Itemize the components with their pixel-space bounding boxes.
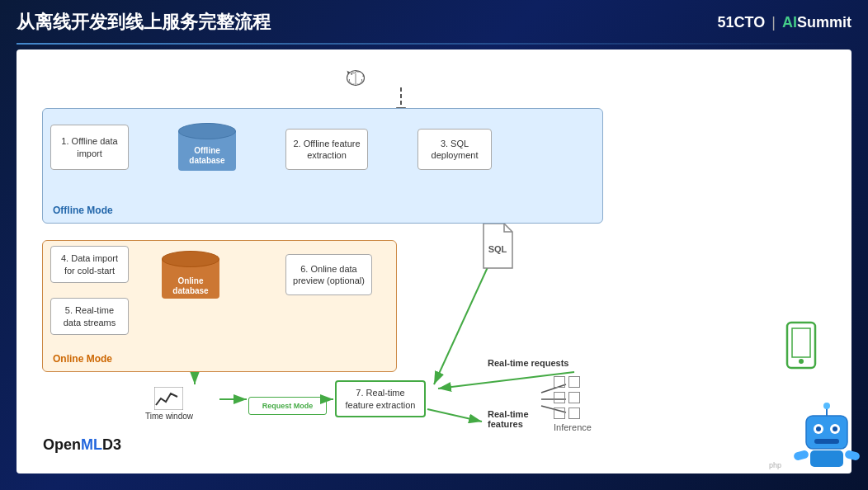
offline-import-label: 1. Offline dataimport — [61, 135, 117, 159]
request-mode-label: Request Mode — [262, 402, 314, 410]
logo-d3: D3 — [102, 436, 121, 453]
offline-mode-label: Offline Mode — [53, 205, 113, 216]
node-cold-start: 4. Data importfor cold-start — [50, 246, 129, 283]
node-sql-deploy: 3. SQLdeployment — [417, 129, 492, 170]
phone-svg — [781, 318, 822, 372]
svg-rect-41 — [793, 450, 809, 461]
svg-point-39 — [823, 403, 830, 409]
model-training — [343, 67, 373, 92]
online-cylinder-top — [162, 251, 219, 267]
php-text: php — [769, 461, 781, 469]
node-offline-import: 1. Offline dataimport — [50, 125, 129, 170]
svg-rect-40 — [810, 450, 843, 467]
realtime-features-label: Real-timefeatures — [488, 409, 529, 429]
node-online-preview: 6. Online datapreview (optional) — [285, 254, 372, 295]
realtime-features-text: Real-timefeatures — [488, 409, 529, 429]
svg-point-31 — [799, 359, 804, 364]
svg-text:SQL: SQL — [488, 244, 507, 254]
offline-cylinder: Offlinedatabase — [178, 123, 236, 172]
logo-area: 51CTO | AISummit — [718, 14, 851, 31]
online-mode-label: Online Mode — [53, 353, 112, 365]
logo-51cto: 51CTO — [718, 14, 766, 31]
diagram: Offline Mode 1. Offline dataimport Offli… — [30, 63, 838, 460]
openmld3-logo: OpenMLD3 — [43, 436, 121, 454]
svg-point-35 — [816, 426, 821, 431]
time-window: Time window — [145, 387, 193, 421]
cold-start-label: 4. Data importfor cold-start — [61, 252, 118, 276]
brain-icon — [343, 67, 368, 92]
cylinder-label: Offlinedatabase — [189, 146, 224, 166]
file-icon-svg: SQL — [479, 224, 517, 269]
inference-label: Inference — [554, 422, 592, 432]
online-cylinder: Onlinedatabase — [162, 251, 219, 304]
svg-line-5 — [434, 267, 488, 384]
mobile-icon — [781, 318, 822, 375]
inference-box-3 — [554, 392, 565, 403]
inference-box-5 — [554, 408, 565, 419]
svg-rect-42 — [844, 450, 861, 461]
realtime-requests-label: Real-time requests — [488, 358, 568, 368]
sql-deploy-label: 3. SQLdeployment — [432, 138, 479, 162]
logo-ai-text: AI — [782, 14, 797, 31]
request-mode: Request Mode — [248, 397, 327, 415]
header-divider — [17, 43, 851, 45]
svg-rect-37 — [814, 439, 839, 444]
node-offline-feature: 2. Offline featureextraction — [285, 129, 368, 170]
inference-box-6 — [568, 408, 580, 419]
robot-icon — [790, 399, 864, 474]
inference-box-1 — [554, 376, 565, 388]
node-realtime-streams: 5. Real-timedata streams — [50, 298, 129, 335]
realtime-feature-label: 7. Real-timefeature extraction — [346, 387, 416, 411]
svg-rect-30 — [792, 328, 810, 357]
logo-aisummit: AISummit — [782, 14, 851, 31]
node-realtime-feature: 7. Real-timefeature extraction — [335, 380, 426, 417]
realtime-streams-label: 5. Real-timedata streams — [64, 304, 116, 328]
time-window-icon — [154, 387, 183, 410]
logo-open: Open — [43, 436, 81, 453]
logo-ml: ML — [81, 436, 102, 453]
php-watermark: php — [769, 460, 781, 469]
online-preview-label: 6. Online datapreview (optional) — [293, 263, 365, 287]
inference-box-2 — [568, 376, 580, 388]
svg-point-36 — [833, 426, 837, 431]
svg-line-16 — [427, 409, 482, 422]
logo-divider: | — [771, 14, 776, 31]
node-online-db: Onlinedatabase — [162, 251, 228, 309]
inference-box-4 — [568, 392, 580, 403]
header: 从离线开发到线上服务完整流程 51CTO | AISummit — [0, 0, 868, 45]
time-window-label: Time window — [145, 412, 193, 421]
page-title: 从离线开发到线上服务完整流程 — [17, 10, 271, 35]
cylinder-top — [178, 123, 236, 139]
robot-svg — [790, 399, 864, 474]
node-offline-db: Offlinedatabase — [174, 119, 240, 177]
offline-feature-label: 2. Offline featureextraction — [293, 138, 360, 162]
main-content: Offline Mode 1. Offline dataimport Offli… — [17, 49, 851, 474]
sql-file: SQL — [475, 215, 521, 269]
online-db-label: Onlinedatabase — [172, 276, 208, 295]
svg-marker-26 — [347, 71, 350, 75]
inference-area: Inference — [554, 376, 592, 432]
